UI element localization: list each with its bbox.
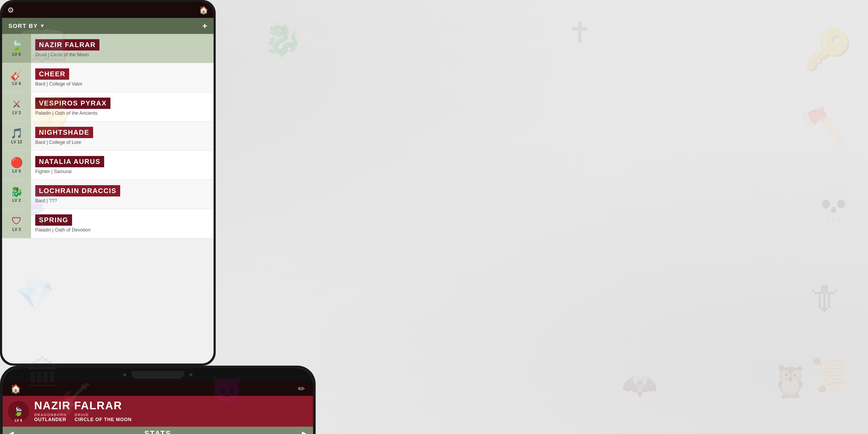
camera-notch — [131, 371, 184, 379]
add-character-button[interactable]: + — [202, 21, 207, 31]
sort-button[interactable]: SORT BY ▼ — [8, 23, 45, 29]
settings-icon[interactable]: ⚙ — [7, 6, 14, 14]
home-icon[interactable]: 🏠 — [10, 384, 21, 394]
char-info: SPRING Paladin | Oath of Devotion — [31, 212, 214, 236]
stats-next-button[interactable]: ► — [300, 429, 308, 434]
char-class: Fighter | Samurai — [35, 169, 209, 175]
character-name-block: NAZIR FALRAR DRAGONBORN OUTLANDER DRUID … — [34, 400, 308, 423]
sort-chevron-icon: ▼ — [40, 23, 45, 29]
char-name: VESPIROS PYRAX — [35, 98, 111, 109]
char-info: NAZIR FALRAR Druid | Circle of the Moon — [31, 37, 214, 60]
camera-bar — [3, 368, 313, 381]
avatar: 🎸 LV 4 — [2, 63, 31, 92]
sort-controls: SORT BY ▼ + — [2, 18, 214, 34]
avatar: 🔴 LV 5 — [2, 151, 31, 180]
char-name: SPRING — [35, 214, 72, 226]
center-phone: 🏠 ✏ 🍃 LV 6 NAZIR FALRAR DRAGONBORN OUTLA… — [0, 366, 316, 434]
char-name: CHEER — [35, 68, 69, 80]
char-info: LOCHRAIN DRACCIS Bard | ??? — [31, 183, 214, 206]
char-class: Bard | College of Valor — [35, 81, 209, 87]
avatar: 🐉 LV 2 — [2, 180, 31, 209]
stats-section-nav: ◄ STATS ► — [3, 427, 313, 434]
char-name: LOCHRAIN DRACCIS — [35, 185, 120, 196]
char-list-item[interactable]: 🎵 LV 13 NIGHTSHADE Bard | College of Lor… — [2, 122, 214, 151]
char-name: NATALIA AURUS — [35, 156, 104, 167]
race-block: DRAGONBORN OUTLANDER — [34, 413, 66, 423]
char-class: Paladin | Oath of the Ancients — [35, 111, 209, 116]
left-phone: ⚙ 🏠 SORT BY ▼ + 🍃 LV 6 NAZIR FALRAR Drui… — [0, 0, 216, 366]
char-info: NATALIA AURUS Fighter | Samurai — [31, 153, 214, 177]
avatar: 🛡 LV 3 — [2, 209, 31, 238]
avatar: ⚔ LV 3 — [2, 92, 31, 121]
char-list-item[interactable]: ⚔ LV 3 VESPIROS PYRAX Paladin | Oath of … — [2, 92, 214, 122]
char-name: NAZIR FALRAR — [35, 39, 99, 51]
char-info: VESPIROS PYRAX Paladin | Oath of the Anc… — [31, 95, 214, 119]
camera-dot — [189, 373, 192, 376]
character-subinfo: DRAGONBORN OUTLANDER DRUID CIRCLE OF THE… — [34, 413, 308, 423]
character-name: NAZIR FALRAR — [34, 400, 308, 411]
camera-dot — [123, 373, 126, 376]
class-block: DRUID CIRCLE OF THE MOON — [74, 413, 131, 423]
char-class: Bard | ??? — [35, 198, 209, 204]
character-header: 🍃 LV 6 NAZIR FALRAR DRAGONBORN OUTLANDER… — [3, 396, 313, 427]
home-icon[interactable]: 🏠 — [199, 6, 208, 14]
left-top-bar: ⚙ 🏠 — [2, 2, 214, 18]
char-list-item[interactable]: 🍃 LV 6 NAZIR FALRAR Druid | Circle of th… — [2, 34, 214, 63]
edit-icon[interactable]: ✏ — [298, 384, 305, 394]
char-name: NIGHTSHADE — [35, 127, 93, 138]
char-class: Druid | Circle of the Moon — [35, 52, 209, 58]
stats-section-title: STATS — [145, 429, 172, 434]
char-info: NIGHTSHADE Bard | College of Lore — [31, 124, 214, 148]
avatar: 🍃 LV 6 — [8, 401, 29, 422]
avatar: 🎵 LV 13 — [2, 122, 31, 151]
char-list-item[interactable]: 🐉 LV 2 LOCHRAIN DRACCIS Bard | ??? — [2, 180, 214, 209]
avatar: 🍃 LV 6 — [2, 34, 31, 63]
char-list-item[interactable]: 🎸 LV 4 CHEER Bard | College of Valor — [2, 63, 214, 92]
char-info: CHEER Bard | College of Valor — [31, 66, 214, 89]
char-class: Paladin | Oath of Devotion — [35, 227, 209, 233]
stats-prev-button[interactable]: ◄ — [8, 429, 15, 434]
char-class: Bard | College of Lore — [35, 140, 209, 145]
class-icon: 🍃 — [13, 406, 24, 416]
char-list-item[interactable]: 🔴 LV 5 NATALIA AURUS Fighter | Samurai — [2, 151, 214, 180]
center-top-bar: 🏠 ✏ — [3, 381, 313, 396]
char-list-item[interactable]: 🛡 LV 3 SPRING Paladin | Oath of Devotion — [2, 209, 214, 238]
